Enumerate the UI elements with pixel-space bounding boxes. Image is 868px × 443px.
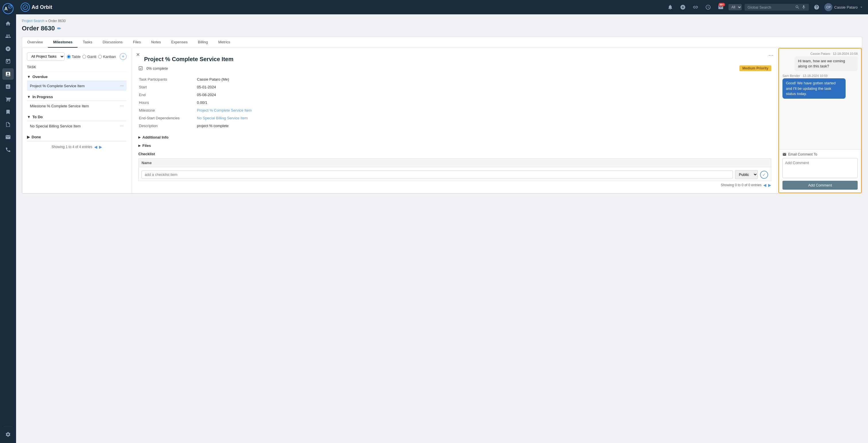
user-name: Cassie Pataro xyxy=(834,5,858,9)
tab-overview[interactable]: Overview xyxy=(22,37,48,48)
user-menu[interactable]: CP Cassie Pataro xyxy=(825,3,863,11)
sidebar-item-contacts[interactable] xyxy=(2,30,14,42)
breadcrumb-parent-link[interactable]: Project Search xyxy=(22,19,44,23)
task-list: All Project Tasks Table Gantt xyxy=(22,48,131,193)
tab-discussions[interactable]: Discussions xyxy=(98,37,128,48)
additional-info-arrow: ▶ xyxy=(138,136,141,139)
section-todo-arrow: ▼ xyxy=(27,115,31,119)
main-content: Ad Orbit 99+ All C xyxy=(16,0,868,443)
clock-icon[interactable] xyxy=(703,2,713,12)
tab-files[interactable]: Files xyxy=(128,37,146,48)
detail-more-button[interactable]: ⋯ xyxy=(768,52,774,58)
section-overdue-header[interactable]: ▼ Overdue xyxy=(27,73,127,81)
app-logo[interactable]: A xyxy=(2,3,14,14)
sidebar-item-documents[interactable] xyxy=(2,119,14,130)
tab-billing[interactable]: Billing xyxy=(193,37,213,48)
field-start: Start 05-01-2024 xyxy=(139,84,771,91)
tab-expenses[interactable]: Expenses xyxy=(166,37,193,48)
help-icon[interactable] xyxy=(812,2,822,12)
checklist-add-input[interactable] xyxy=(142,170,733,179)
field-description-value: project % complete xyxy=(197,122,771,129)
files-toggle[interactable]: ▶ Files xyxy=(138,142,771,149)
additional-info-toggle[interactable]: ▶ Additional Info xyxy=(138,134,771,140)
notification-icon[interactable]: 99+ xyxy=(716,2,725,12)
sidebar-item-calendar[interactable] xyxy=(2,56,14,67)
svg-line-3 xyxy=(9,5,11,8)
sidebar-item-bookmark[interactable] xyxy=(2,106,14,118)
section-todo-header[interactable]: ▼ To Do xyxy=(27,113,127,121)
milestone-link[interactable]: Project % Complete Service Item xyxy=(197,108,252,113)
sidebar-item-settings[interactable] xyxy=(2,429,14,440)
brand-icon xyxy=(21,3,30,12)
view-gantt-radio[interactable] xyxy=(82,55,86,59)
sidebar-item-home[interactable] xyxy=(2,18,14,29)
add-icon[interactable] xyxy=(678,2,688,12)
svg-text:A: A xyxy=(4,6,8,11)
checklist-page-prev[interactable]: ◀ xyxy=(763,183,766,187)
sidebar-item-phone[interactable] xyxy=(2,144,14,156)
email-comment-to-button[interactable]: Email Comment To xyxy=(782,152,858,156)
tab-metrics[interactable]: Metrics xyxy=(213,37,236,48)
page-body: Project Search » Order 8630 Order 8630 ✏… xyxy=(16,14,868,443)
tasks-panel: All Project Tasks Table Gantt xyxy=(22,48,862,193)
view-kanban-radio[interactable] xyxy=(98,55,102,59)
microphone-icon[interactable] xyxy=(801,5,806,9)
sidebar-item-crm[interactable] xyxy=(2,43,14,55)
task-menu-no-special[interactable]: ··· xyxy=(120,123,124,129)
global-search-bar[interactable] xyxy=(745,4,809,11)
detail-title: Project % Complete Service Item xyxy=(144,56,771,63)
detail-close-button[interactable]: ✕ xyxy=(136,52,140,57)
task-row-no-special[interactable]: No Special Billing Service Item ··· xyxy=(27,121,127,131)
sidebar-item-cart[interactable] xyxy=(2,94,14,105)
tab-milestones[interactable]: Milestones xyxy=(48,37,78,48)
link-icon[interactable] xyxy=(691,2,701,12)
task-menu-project-pct[interactable]: ··· xyxy=(120,83,124,88)
search-scope-select[interactable]: All xyxy=(728,4,742,10)
task-row-milestone-pct[interactable]: Milestone % Complete Service Item ··· xyxy=(27,101,127,111)
view-gantt[interactable]: Gantt xyxy=(82,55,96,59)
field-milestone: Milestone Project % Complete Service Ite… xyxy=(139,107,771,114)
field-participants-value: Cassie Pataro (Me) xyxy=(197,76,771,83)
task-name-milestone-pct: Milestone % Complete Service Item xyxy=(30,104,89,108)
task-menu-milestone-pct[interactable]: ··· xyxy=(120,103,124,108)
field-milestone-value: Project % Complete Service Item xyxy=(197,107,771,114)
task-column-header: Task xyxy=(27,64,127,72)
field-hours: Hours 0.00/1 xyxy=(139,99,771,106)
checklist-page-next[interactable]: ▶ xyxy=(768,183,771,187)
files-label: Files xyxy=(143,144,151,148)
task-row-project-pct[interactable]: Project % Complete Service Item ··· xyxy=(27,81,127,91)
checklist-submit-button[interactable]: ✓ xyxy=(760,171,768,179)
dependency-link[interactable]: No Special Billing Service Item xyxy=(197,116,248,120)
section-done-header[interactable]: ▶ Done xyxy=(27,133,127,141)
tab-tasks[interactable]: Tasks xyxy=(78,37,97,48)
page-prev-arrow[interactable]: ◀ xyxy=(94,145,97,149)
field-participants: Task Participants Cassie Pataro (Me) xyxy=(139,76,771,83)
add-task-button[interactable]: + xyxy=(120,53,127,60)
global-search-input[interactable] xyxy=(747,5,794,9)
view-table[interactable]: Table xyxy=(67,55,81,59)
message-2-bubble: Good! We have gotten started and I'll be… xyxy=(782,78,846,99)
sidebar-item-mail[interactable] xyxy=(2,131,14,143)
view-kanban-label: Kanban xyxy=(103,55,116,59)
app-brand: Ad Orbit xyxy=(21,3,52,12)
tab-bar: Overview Milestones Tasks Discussions Fi… xyxy=(22,37,862,48)
notification-badge: 99+ xyxy=(718,3,725,6)
view-kanban[interactable]: Kanban xyxy=(98,55,116,59)
tab-notes[interactable]: Notes xyxy=(146,37,166,48)
notifications-bell-icon[interactable] xyxy=(665,2,675,12)
message-2: Sam Bender 12-18-2024 10:59 Good! We hav… xyxy=(782,74,858,99)
comment-textarea[interactable] xyxy=(782,158,858,178)
section-todo-label: To Do xyxy=(32,115,43,119)
section-inprogress-header[interactable]: ▼ In Progress xyxy=(27,93,127,101)
task-filter-select[interactable]: All Project Tasks xyxy=(27,53,65,61)
sidebar-item-orders[interactable] xyxy=(2,81,14,92)
add-comment-button[interactable]: Add Comment xyxy=(782,181,858,190)
field-hours-value: 0.00/1 xyxy=(197,99,771,106)
sidebar-item-tasks[interactable] xyxy=(2,68,14,80)
edit-title-icon[interactable]: ✏ xyxy=(57,26,61,31)
view-table-radio[interactable] xyxy=(67,55,71,59)
message-1-meta: Cassie Pataro 12-18-2024 10:58 xyxy=(810,52,858,55)
checklist-visibility-select[interactable]: Public Private xyxy=(735,170,758,179)
field-end: End 05-08-2024 xyxy=(139,91,771,98)
page-next-arrow[interactable]: ▶ xyxy=(99,145,102,149)
